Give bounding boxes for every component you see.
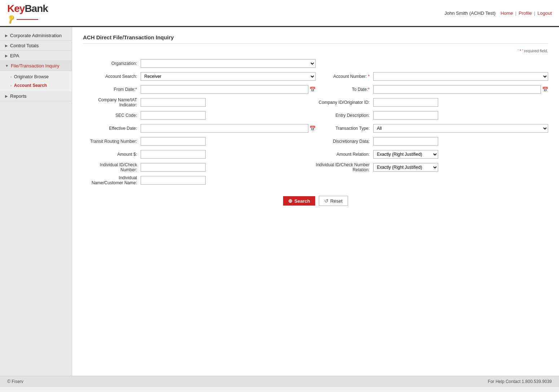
- organization-input-wrap: [141, 59, 316, 68]
- individual-id-relation-select[interactable]: Exactly (Right Justified) Greater Than L…: [373, 163, 438, 172]
- effective-date-cal-group: 📅: [141, 124, 316, 133]
- individual-id-relation-input-wrap: Exactly (Right Justified) Greater Than L…: [373, 163, 548, 172]
- logo: KeyBank 🔑: [7, 3, 48, 23]
- arrow-icon: ▶: [5, 94, 8, 98]
- arrow-icon: ▼: [5, 64, 9, 68]
- sidebar-item-control-totals[interactable]: ▶ Control Totals: [0, 41, 72, 51]
- amount-row: Amount $:: [83, 149, 316, 159]
- sidebar-item-label: EPA: [10, 53, 19, 58]
- account-search-row: Account Search: Receiver Originator Both: [83, 71, 316, 82]
- copyright: © Fiserv: [7, 379, 23, 384]
- effective-date-input[interactable]: [141, 124, 308, 133]
- transaction-type-select[interactable]: All Credit Debit: [373, 124, 548, 133]
- effective-date-row: Effective Date: 📅: [83, 123, 316, 133]
- entry-description-input[interactable]: [373, 111, 438, 120]
- sidebar-item-label: Corporate Administration: [10, 33, 62, 38]
- calendar-icon[interactable]: 📅: [542, 87, 548, 92]
- sidebar-sub-item-label: Account Search: [14, 83, 47, 88]
- company-id-input[interactable]: [373, 98, 438, 107]
- to-date-input-wrap: 📅: [373, 85, 548, 94]
- individual-id-relation-row: Individual ID/Check Number Relation: Exa…: [316, 162, 548, 172]
- user-name: John Smith (ACHD Test): [445, 10, 496, 16]
- amount-input[interactable]: [141, 150, 206, 159]
- page-title: ACH Direct File/Transaction Inquiry: [83, 34, 548, 44]
- logout-link[interactable]: Logout: [537, 10, 552, 16]
- reset-button[interactable]: ↺ Reset: [319, 196, 348, 206]
- reset-button-label: Reset: [330, 198, 343, 204]
- individual-id-input[interactable]: [141, 163, 206, 172]
- amount-relation-row: Amount Relation: Exactly (Right Justifie…: [316, 149, 548, 159]
- discretionary-data-row: Discretionary Data:: [316, 136, 548, 146]
- company-name-label: Company Name/IAT Indicator:: [83, 97, 141, 107]
- calendar-icon[interactable]: 📅: [309, 87, 316, 92]
- content-area: ACH Direct File/Transaction Inquiry ' * …: [72, 27, 559, 376]
- form-grid: Organization: Account Search: Receiver O…: [83, 57, 548, 190]
- arrow-icon: ▶: [5, 34, 8, 38]
- form-right: Account Number: * To Date:* 📅: [316, 57, 548, 190]
- reset-icon: ↺: [324, 198, 329, 204]
- from-date-cal-group: 📅: [141, 85, 316, 94]
- arrow-icon: ▶: [5, 44, 8, 48]
- transit-routing-input-wrap: [141, 137, 316, 146]
- discretionary-data-input[interactable]: [373, 137, 438, 146]
- logo-icon-row: 🔑: [7, 15, 48, 23]
- home-link[interactable]: Home: [501, 10, 513, 16]
- company-name-row: Company Name/IAT Indicator:: [83, 97, 316, 107]
- company-name-input[interactable]: [141, 98, 206, 107]
- to-date-input[interactable]: [373, 85, 541, 94]
- individual-id-input-wrap: [141, 163, 316, 172]
- amount-label: Amount $:: [83, 152, 141, 157]
- sec-code-row: SEC Code:: [83, 110, 316, 120]
- company-name-input-wrap: [141, 98, 316, 107]
- calendar-icon[interactable]: 📅: [309, 125, 316, 131]
- account-search-input-wrap: Receiver Originator Both: [141, 72, 316, 81]
- sidebar-item-corporate-administration[interactable]: ▶ Corporate Administration: [0, 31, 72, 41]
- amount-relation-select[interactable]: Exactly (Right Justified) Greater Than L…: [373, 150, 438, 159]
- logo-text: KeyBank: [7, 3, 48, 14]
- discretionary-data-input-wrap: [373, 137, 548, 146]
- to-date-cal-group: 📅: [373, 85, 548, 94]
- account-search-select[interactable]: Receiver Originator Both: [141, 72, 316, 81]
- form-left: Organization: Account Search: Receiver O…: [83, 57, 316, 190]
- header-nav: John Smith (ACHD Test) Home | Profile | …: [445, 10, 552, 16]
- sidebar-item-originator-browse[interactable]: ○ Originator Browse: [0, 72, 72, 81]
- sidebar-item-epa[interactable]: ▶ EPA: [0, 51, 72, 61]
- from-date-row: From Date:* 📅: [83, 84, 316, 94]
- organization-row: Organization:: [83, 58, 316, 69]
- main-layout: ▶ Corporate Administration ▶ Control Tot…: [0, 27, 559, 376]
- transit-routing-input[interactable]: [141, 137, 206, 146]
- sec-code-label: SEC Code:: [83, 113, 141, 118]
- sidebar-item-label: Reports: [10, 93, 27, 99]
- transit-routing-row: Transit Routing Number:: [83, 136, 316, 146]
- search-button[interactable]: ⊕ Search: [283, 196, 315, 206]
- entry-description-row: Entry Description:: [316, 110, 548, 120]
- individual-name-input[interactable]: [141, 176, 206, 185]
- individual-name-input-wrap: [141, 176, 316, 185]
- sidebar-item-label: Control Totals: [10, 43, 39, 48]
- transaction-type-row: Transaction Type: All Credit Debit: [316, 123, 548, 133]
- amount-relation-input-wrap: Exactly (Right Justified) Greater Than L…: [373, 150, 548, 159]
- account-number-input-wrap: [373, 72, 548, 81]
- profile-link[interactable]: Profile: [519, 10, 532, 16]
- from-date-input[interactable]: [141, 85, 308, 94]
- company-id-row: Company ID/Originator ID:: [316, 97, 548, 107]
- button-row: ⊕ Search ↺ Reset: [83, 196, 548, 206]
- company-id-input-wrap: [373, 98, 548, 107]
- account-search-label: Account Search:: [83, 74, 141, 79]
- bullet-icon: ○: [10, 84, 12, 87]
- sidebar-item-account-search[interactable]: ○ Account Search: [0, 81, 72, 90]
- search-button-label: Search: [294, 198, 310, 204]
- account-number-spacer-row: [316, 58, 548, 69]
- transaction-type-input-wrap: All Credit Debit: [373, 124, 548, 133]
- sidebar-sub-menu: ○ Originator Browse ○ Account Search: [0, 71, 72, 91]
- sec-code-input[interactable]: [141, 111, 206, 120]
- account-number-row: Account Number: *: [316, 71, 548, 82]
- header: KeyBank 🔑 John Smith (ACHD Test) Home | …: [0, 0, 559, 27]
- bullet-icon: ○: [10, 75, 12, 79]
- account-number-select[interactable]: [373, 72, 548, 81]
- sidebar-item-file-transaction-inquiry[interactable]: ▼ File/Transaction Inquiry: [0, 61, 72, 71]
- required-asterisks: ' * ': [518, 49, 523, 53]
- organization-select[interactable]: [141, 59, 316, 68]
- sidebar-item-reports[interactable]: ▶ Reports: [0, 91, 72, 101]
- from-date-input-wrap: 📅: [141, 85, 316, 94]
